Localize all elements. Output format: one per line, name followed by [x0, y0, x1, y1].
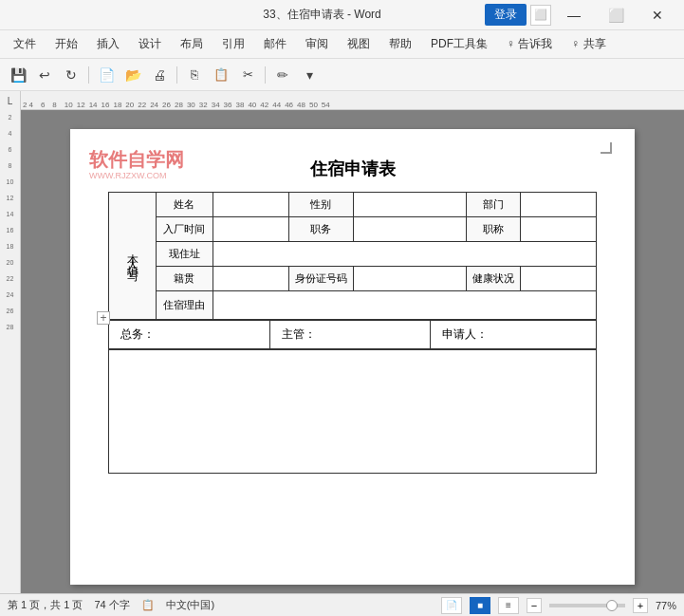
minimize-button[interactable]: —	[555, 0, 593, 30]
form-table: 本人填写 姓名 性别 部门 入厂时间 职务 职称	[108, 192, 597, 320]
word-count: 74 个字	[94, 598, 129, 612]
main-area: 2 4 6 8 10 12 14 16 18 20 22 24 26 28 软件…	[0, 110, 684, 593]
zoom-minus-button[interactable]: −	[527, 598, 542, 613]
menu-pdf[interactable]: PDF工具集	[421, 32, 497, 56]
zoom-level: 77%	[656, 600, 676, 611]
table-row: 现住址	[109, 242, 597, 267]
menu-help[interactable]: 帮助	[379, 32, 421, 56]
menu-design[interactable]: 设计	[129, 32, 171, 56]
title-bar: 33、住宿申请表 - Word 登录 ⬜ — ⬜ ✕	[0, 0, 684, 30]
section-label: 本人填写	[109, 193, 157, 320]
general-manager-sig: 总务：	[109, 321, 270, 349]
redo-button[interactable]: ↻	[59, 63, 83, 87]
health-value[interactable]	[521, 267, 597, 291]
menu-bar: 文件 开始 插入 设计 布局 引用 邮件 审阅 视图 帮助 PDF工具集 ♀ 告…	[0, 30, 684, 59]
status-right: 📄 ■ ≡ − + 77%	[441, 597, 676, 614]
login-button[interactable]: 登录	[485, 4, 527, 26]
gender-value[interactable]	[353, 193, 467, 217]
signature-row: 总务： 主管： 申请人：	[109, 321, 597, 349]
save-button[interactable]: 💾	[6, 63, 30, 87]
menu-references[interactable]: 引用	[213, 32, 254, 56]
reason-label: 住宿理由	[156, 291, 213, 320]
view-outline-button[interactable]: ≡	[498, 597, 519, 614]
entry-time-value[interactable]	[213, 217, 288, 242]
table-row: 入厂时间 职务 职称	[109, 217, 597, 242]
table-row	[109, 350, 597, 474]
title-actions: 登录 ⬜ — ⬜ ✕	[485, 0, 676, 30]
ribbon-toggle-button[interactable]: ⬜	[530, 5, 551, 26]
zoom-thumb	[606, 600, 618, 611]
menu-mailings[interactable]: 邮件	[254, 32, 296, 56]
address-value[interactable]	[213, 242, 596, 267]
name-value[interactable]	[213, 193, 288, 217]
hometown-value[interactable]	[213, 267, 288, 291]
address-label: 现住址	[156, 242, 213, 267]
copy-button[interactable]: ⎘	[182, 63, 207, 87]
document-canvas[interactable]: 软件自学网 WWW.RJZXW.COM + 住宿申请表 本人填写 姓名 性别	[21, 110, 684, 593]
undo-button[interactable]: ↩	[32, 63, 57, 87]
print-button[interactable]: 🖨	[147, 63, 172, 87]
toolbar-sep-2	[176, 66, 177, 84]
ruler-horizontal: 2 4 6 8 10 12 14 16 18 20 22 24 26 28 30…	[21, 91, 684, 109]
gender-label: 性别	[288, 193, 353, 217]
menu-insert[interactable]: 插入	[87, 32, 129, 56]
ruler-area: L 2 4 6 8 10 12 14 16 18 20 22 24 26 28 …	[0, 91, 684, 110]
proofread-icon: 📋	[141, 599, 155, 611]
entry-time-label: 入厂时间	[156, 217, 213, 242]
table-row: 本人填写 姓名 性别 部门	[109, 193, 597, 217]
page-info: 第 1 页，共 1 页	[8, 598, 83, 612]
toolbar-sep-1	[88, 66, 89, 84]
corner-mark	[601, 142, 612, 154]
status-bar: 第 1 页，共 1 页 74 个字 📋 中文(中国) 📄 ■ ≡ − + 77%	[0, 593, 684, 616]
view-print-button[interactable]: 📄	[441, 597, 462, 614]
document-page: 软件自学网 WWW.RJZXW.COM + 住宿申请表 本人填写 姓名 性别	[70, 129, 635, 585]
watermark: 软件自学网 WWW.RJZXW.COM	[89, 148, 184, 181]
close-button[interactable]: ✕	[638, 0, 676, 30]
applicant-sig: 申请人：	[431, 321, 597, 349]
hometown-label: 籍贯	[156, 267, 213, 291]
dept-value[interactable]	[521, 193, 597, 217]
reason-value[interactable]	[213, 291, 596, 320]
ruler-corner: L	[0, 91, 21, 110]
language: 中文(中国)	[166, 598, 214, 612]
supervisor-sig: 主管：	[269, 321, 431, 349]
health-label: 健康状况	[467, 267, 521, 291]
title-text: 33、住宿申请表 - Word	[159, 7, 485, 23]
name-label: 姓名	[156, 193, 213, 217]
format-paint-button[interactable]: ✏	[270, 63, 295, 87]
menu-tell-me[interactable]: ♀ 告诉我	[497, 32, 562, 56]
paste-button[interactable]: 📋	[209, 63, 233, 87]
ruler-vertical: 2 4 6 8 10 12 14 16 18 20 22 24 26 28	[0, 110, 21, 593]
title-label: 职称	[467, 217, 521, 242]
menu-share[interactable]: ♀ 共享	[562, 32, 615, 56]
table-row: 籍贯 身份证号码 健康状况	[109, 267, 597, 291]
open-button[interactable]: 📂	[120, 63, 145, 87]
table-insert-icon[interactable]: +	[97, 311, 110, 325]
toolbar-sep-3	[265, 66, 266, 84]
position-value[interactable]	[353, 217, 467, 242]
menu-view[interactable]: 视图	[338, 32, 379, 56]
id-value[interactable]	[353, 267, 467, 291]
position-label: 职务	[288, 217, 353, 242]
view-web-button[interactable]: ■	[470, 597, 490, 614]
title-value[interactable]	[521, 217, 597, 242]
dept-label: 部门	[467, 193, 521, 217]
id-label: 身份证号码	[288, 267, 353, 291]
new-button[interactable]: 📄	[94, 63, 119, 87]
restore-button[interactable]: ⬜	[597, 0, 635, 30]
menu-layout[interactable]: 布局	[171, 32, 213, 56]
zoom-slider[interactable]	[549, 604, 625, 607]
zoom-plus-button[interactable]: +	[633, 598, 648, 613]
signature-table: 总务： 主管： 申请人：	[108, 320, 597, 349]
menu-review[interactable]: 审阅	[296, 32, 338, 56]
menu-file[interactable]: 文件	[4, 32, 46, 56]
empty-table	[108, 349, 597, 474]
menu-home[interactable]: 开始	[46, 32, 87, 56]
toolbar: 💾 ↩ ↻ 📄 📂 🖨 ⎘ 📋 ✂ ✏ ▾	[0, 59, 684, 91]
table-row: 住宿理由	[109, 291, 597, 320]
empty-cell[interactable]	[109, 350, 597, 474]
cut-button[interactable]: ✂	[235, 63, 260, 87]
more-button[interactable]: ▾	[297, 63, 322, 87]
